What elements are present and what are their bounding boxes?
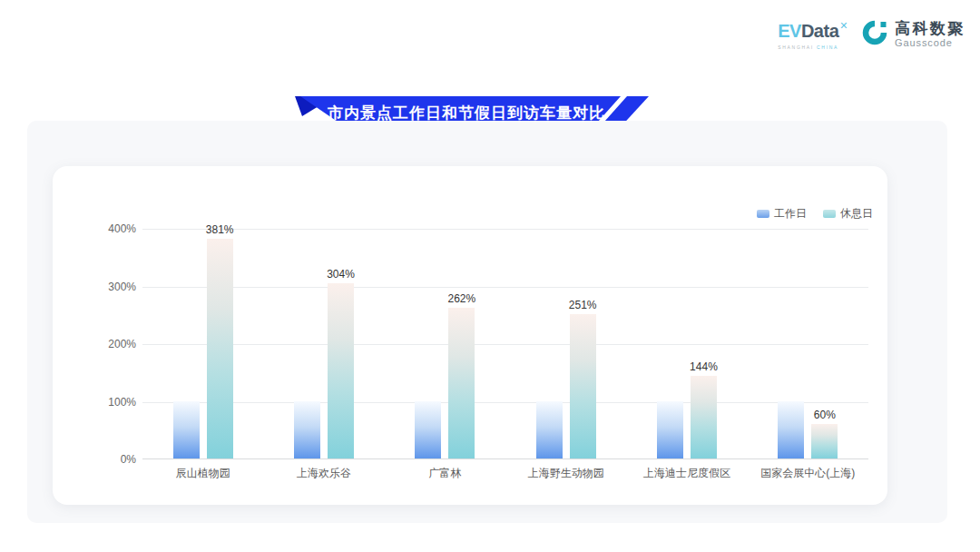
header-logos: EVData✕ SHANGHAI CHINA 高科数聚 Gausscode [778,19,965,50]
chart-panel: 工作日 休息日 400%300%200%100%0% 381%304%262%2… [27,121,947,523]
bar-groups: 381%304%262%251%144%60% [142,229,868,458]
evdata-subtitle-left: SHANGHAI [778,44,814,50]
value-label: 251% [569,299,597,311]
bar-holiday-4: 251% [570,314,596,458]
category-label: 广富林 [385,466,505,481]
value-label: 60% [814,409,836,421]
bar-group-2: 304% [263,229,384,458]
value-label: 144% [690,360,718,373]
evdata-subtitle: SHANGHAI CHINA [778,44,847,50]
bar-workday-1 [173,401,200,459]
y-tick: 0% [121,453,136,466]
plot-area: 381%304%262%251%144%60% [142,229,868,459]
chart-legend: 工作日 休息日 [757,206,873,222]
bar-workday-5 [657,401,683,459]
bar-holiday-1: 381% [207,239,233,458]
category-label: 辰山植物园 [142,466,263,481]
bar-group-4: 251% [505,229,626,458]
value-label: 381% [206,223,234,236]
gausscode-cn: 高科数聚 [895,21,965,37]
bar-group-3: 262% [385,229,505,458]
bar-group-5: 144% [626,229,747,458]
value-label: 262% [447,292,475,305]
bar-holiday-6: 60% [811,424,838,458]
gausscode-logo: 高科数聚 Gausscode [861,19,965,50]
y-tick: 100% [108,396,136,409]
evdata-subtitle-right: CHINA [817,44,838,50]
gausscode-icon [861,19,888,50]
evdata-ev-text: EV [778,21,801,41]
bar-workday-4 [536,401,563,459]
y-tick: 200% [108,338,136,350]
legend-item-holiday[interactable]: 休息日 [823,206,873,222]
bar-workday-2 [294,401,320,459]
y-tick: 400% [108,222,136,235]
category-label: 上海欢乐谷 [263,466,384,481]
chart-card: 工作日 休息日 400%300%200%100%0% 381%304%262%2… [53,166,887,505]
bar-workday-6 [778,401,804,459]
evdata-x-icon: ✕ [839,20,848,31]
category-label: 国家会展中心(上海) [748,466,868,481]
bar-holiday-2: 304% [328,283,354,458]
bar-workday-3 [415,401,441,459]
x-axis: 辰山植物园上海欢乐谷广富林上海野生动物园上海迪士尼度假区国家会展中心(上海) [142,466,868,481]
bar-holiday-5: 144% [691,376,717,458]
bar-group-6: 60% [748,229,868,458]
gausscode-text: 高科数聚 Gausscode [895,21,965,48]
evdata-wordmark: EVData✕ [778,22,847,43]
legend-swatch-workday [757,210,769,218]
bar-group-1: 381% [142,229,263,458]
category-label: 上海野生动物园 [505,466,626,481]
y-axis: 400%300%200%100%0% [69,229,136,459]
page: EVData✕ SHANGHAI CHINA 高科数聚 Gausscode [0,0,980,552]
legend-swatch-holiday [823,210,836,218]
y-tick: 300% [108,281,136,293]
legend-item-workday[interactable]: 工作日 [757,206,807,222]
category-label: 上海迪士尼度假区 [626,466,747,481]
legend-label-workday: 工作日 [774,206,807,222]
bar-holiday-3: 262% [448,308,475,458]
evdata-logo: EVData✕ SHANGHAI CHINA [778,19,847,50]
evdata-data-text: Data [801,21,838,41]
legend-label-holiday: 休息日 [840,206,873,222]
gausscode-en: Gausscode [895,38,965,49]
value-label: 304% [327,268,355,281]
